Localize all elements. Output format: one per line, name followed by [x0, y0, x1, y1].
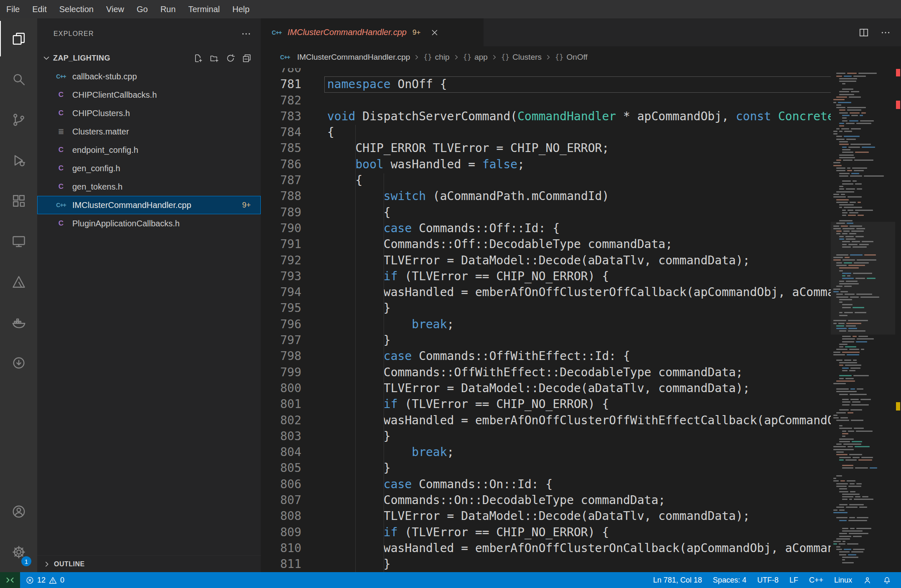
- file-item-callback-stub.cpp[interactable]: C++callback-stub.cpp: [37, 67, 261, 86]
- file-item-CHIPClientCallbacks.h[interactable]: CCHIPClientCallbacks.h: [37, 86, 261, 104]
- menu-item-edit[interactable]: Edit: [26, 0, 53, 18]
- tab-imclustercommandhandler[interactable]: C++ IMClusterCommandHandler.cpp 9+: [261, 18, 484, 46]
- remote-icon: [5, 575, 15, 585]
- code-line-789[interactable]: 789 {: [261, 205, 831, 220]
- breadcrumb-item-imclustercommandhandler.cpp[interactable]: C++IMClusterCommandHandler.cpp: [280, 52, 410, 62]
- activity-item-source-control[interactable]: [0, 99, 37, 140]
- breadcrumb-item-onoff[interactable]: {}OnOff: [555, 53, 588, 62]
- overview-ruler[interactable]: [895, 68, 901, 572]
- code-line-804[interactable]: 804 break;: [261, 444, 831, 460]
- menu-item-selection[interactable]: Selection: [53, 0, 100, 18]
- more-actions-icon[interactable]: [241, 28, 252, 39]
- activity-item-files[interactable]: [0, 18, 37, 59]
- breadcrumb-item-app[interactable]: {}app: [463, 53, 488, 62]
- menu-item-terminal[interactable]: Terminal: [182, 0, 226, 18]
- activity-item-settings[interactable]: 1: [0, 532, 37, 572]
- code-line-810[interactable]: 810 wasHandled = emberAfOnOffClusterOnCa…: [261, 540, 831, 556]
- code-line-786[interactable]: 786 bool wasHandled = false;: [261, 157, 831, 172]
- minimap-line: [833, 257, 893, 258]
- status-item-feedback[interactable]: [858, 576, 877, 585]
- minimap-line: [833, 294, 893, 295]
- code-line-805[interactable]: 805 }: [261, 460, 831, 476]
- activity-item-circle-arrow[interactable]: [0, 342, 37, 383]
- code-line-801[interactable]: 801 if (TLVError == CHIP_NO_ERROR) {: [261, 396, 831, 412]
- menu-item-run[interactable]: Run: [154, 0, 182, 18]
- new-folder-icon[interactable]: [209, 53, 219, 63]
- remote-indicator[interactable]: [0, 572, 20, 588]
- status-item-linux[interactable]: Linux: [829, 576, 858, 585]
- line-content: TLVError = DataModel::Decode(aDataTlv, c…: [327, 253, 750, 269]
- code-line-796[interactable]: 796 break;: [261, 317, 831, 332]
- collapse-all-icon[interactable]: [242, 53, 252, 63]
- code-line-781[interactable]: 781namespace OnOff {: [261, 76, 831, 92]
- minimap-line: [833, 86, 893, 87]
- code-line-797[interactable]: 797 }: [261, 332, 831, 348]
- new-file-icon[interactable]: [193, 53, 203, 63]
- status-item-bell[interactable]: [877, 576, 897, 585]
- code-line-780[interactable]: 780: [261, 68, 831, 76]
- code-line-811[interactable]: 811 }: [261, 556, 831, 572]
- minimap[interactable]: [831, 68, 895, 572]
- status-item-utf-8[interactable]: UTF-8: [752, 576, 784, 585]
- code-line-809[interactable]: 809 if (TLVError == CHIP_NO_ERROR) {: [261, 525, 831, 540]
- minimap-line: [833, 218, 893, 219]
- file-item-CHIPClusters.h[interactable]: CCHIPClusters.h: [37, 104, 261, 122]
- code-line-788[interactable]: 788 switch (aCommandPath.mCommandId): [261, 188, 831, 204]
- namespace-icon: {}: [423, 53, 432, 61]
- file-item-Clusters.matter[interactable]: ≣Clusters.matter: [37, 122, 261, 141]
- code-line-807[interactable]: 807 Commands::On::DecodableType commandD…: [261, 492, 831, 508]
- code-line-784[interactable]: 784{: [261, 124, 831, 140]
- breadcrumb-item-clusters[interactable]: {}Clusters: [501, 53, 542, 62]
- split-editor-icon[interactable]: [858, 27, 869, 38]
- activity-item-search[interactable]: [0, 59, 37, 99]
- activity-item-run-debug[interactable]: [0, 140, 37, 180]
- file-item-gen_config.h[interactable]: Cgen_config.h: [37, 159, 261, 177]
- activity-item-docker[interactable]: [0, 302, 37, 342]
- more-actions-icon[interactable]: [880, 27, 891, 38]
- close-icon[interactable]: [430, 28, 440, 38]
- code-area[interactable]: 780781namespace OnOff {782783void Dispat…: [261, 68, 831, 572]
- code-line-787[interactable]: 787 {: [261, 172, 831, 188]
- cpp-file-icon: C++: [55, 71, 67, 82]
- code-line-808[interactable]: 808 TLVError = DataModel::Decode(aDataTl…: [261, 508, 831, 524]
- activity-item-cmake[interactable]: [0, 261, 37, 302]
- code-line-791[interactable]: 791 Commands::Off::DecodableType command…: [261, 236, 831, 252]
- code-line-790[interactable]: 790 case Commands::Off::Id: {: [261, 220, 831, 236]
- refresh-icon[interactable]: [226, 53, 235, 63]
- menu-item-help[interactable]: Help: [226, 0, 256, 18]
- code-line-785[interactable]: 785 CHIP_ERROR TLVError = CHIP_NO_ERROR;: [261, 140, 831, 156]
- menu-item-go[interactable]: Go: [130, 0, 154, 18]
- code-line-795[interactable]: 795 }: [261, 300, 831, 316]
- file-item-endpoint_config.h[interactable]: Cendpoint_config.h: [37, 141, 261, 159]
- code-line-806[interactable]: 806 case Commands::On::Id: {: [261, 476, 831, 492]
- file-item-PluginApplicationCallbacks.h[interactable]: CPluginApplicationCallbacks.h: [37, 214, 261, 233]
- code-line-793[interactable]: 793 if (TLVError == CHIP_NO_ERROR) {: [261, 269, 831, 284]
- file-item-gen_tokens.h[interactable]: Cgen_tokens.h: [37, 177, 261, 196]
- file-label: Clusters.matter: [72, 127, 129, 137]
- outline-section[interactable]: OUTLINE: [37, 555, 261, 572]
- breadcrumb-item-chip[interactable]: {}chip: [423, 53, 449, 62]
- status-item-lf[interactable]: LF: [784, 576, 804, 585]
- code-line-803[interactable]: 803 }: [261, 428, 831, 444]
- explorer-section-header[interactable]: ZAP_LIGHTING: [37, 49, 261, 67]
- minimap-line: [833, 223, 893, 224]
- code-line-798[interactable]: 798 case Commands::OffWithEffect::Id: {: [261, 348, 831, 364]
- code-line-794[interactable]: 794 wasHandled = emberAfOnOffClusterOffC…: [261, 284, 831, 300]
- problems-status[interactable]: 12 0: [20, 572, 70, 588]
- code-line-792[interactable]: 792 TLVError = DataModel::Decode(aDataTl…: [261, 253, 831, 269]
- code-line-802[interactable]: 802 wasHandled = emberAfOnOffClusterOffW…: [261, 413, 831, 428]
- code-line-783[interactable]: 783void DispatchServerCommand(CommandHan…: [261, 109, 831, 124]
- menu-item-view[interactable]: View: [100, 0, 130, 18]
- activity-item-remote-explorer[interactable]: [0, 221, 37, 261]
- status-item-spaces-4[interactable]: Spaces: 4: [708, 576, 752, 585]
- line-content: {: [327, 172, 362, 188]
- menu-item-file[interactable]: File: [0, 0, 26, 18]
- activity-item-extensions[interactable]: [0, 180, 37, 221]
- code-line-800[interactable]: 800 TLVError = DataModel::Decode(aDataTl…: [261, 380, 831, 396]
- status-item-c[interactable]: C++: [804, 576, 829, 585]
- status-item-ln-781-col-18[interactable]: Ln 781, Col 18: [648, 576, 708, 585]
- file-item-IMClusterCommandHandler.cpp[interactable]: C++IMClusterCommandHandler.cpp9+: [37, 196, 261, 214]
- activity-item-account[interactable]: [0, 491, 37, 532]
- code-line-799[interactable]: 799 Commands::OffWithEffect::DecodableTy…: [261, 365, 831, 380]
- code-line-782[interactable]: 782: [261, 93, 831, 109]
